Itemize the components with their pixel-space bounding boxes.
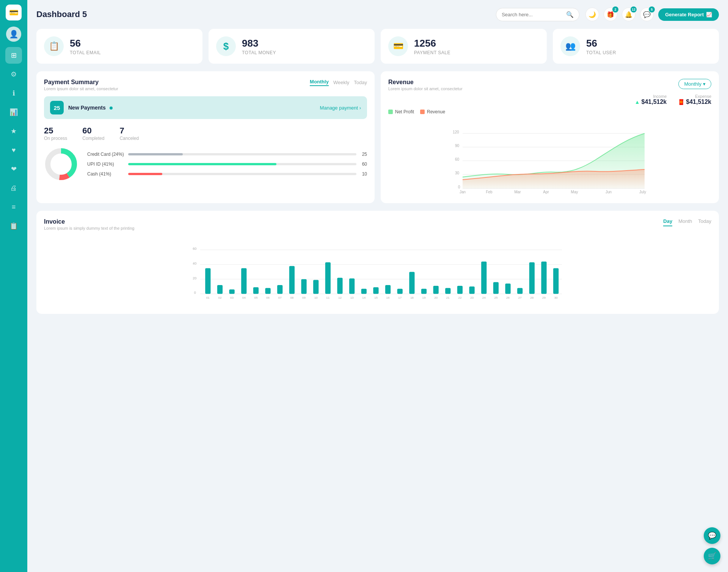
revenue-monthly-button[interactable]: Monthly ▾ — [678, 79, 711, 89]
prog-label-cash: Cash (41%) — [87, 171, 125, 177]
sidebar-item-heart2[interactable]: ❤ — [5, 161, 22, 177]
prog-val-upi: 60 — [359, 161, 367, 167]
sidebar-item-dashboard[interactable]: ⊞ — [5, 47, 22, 64]
bar-21 — [445, 288, 450, 294]
bar-label-08: 08 — [290, 296, 293, 299]
sidebar-item-info[interactable]: ℹ — [5, 85, 22, 102]
gift-icon: 🎁 — [607, 11, 614, 18]
bar-04 — [241, 268, 246, 294]
bar-label-21: 21 — [446, 296, 450, 299]
sidebar-item-star[interactable]: ★ — [5, 123, 22, 139]
bar-22 — [457, 286, 463, 294]
bar-label-26: 26 — [506, 296, 510, 299]
sidebar-item-doc[interactable]: 📋 — [5, 218, 22, 234]
tab-monthly[interactable]: Monthly — [310, 79, 329, 86]
svg-text:0: 0 — [458, 185, 460, 189]
bar-label-20: 20 — [434, 296, 438, 299]
tab-today[interactable]: Today — [354, 80, 367, 85]
bar-12 — [337, 278, 342, 294]
fab-cart-button[interactable]: 🛒 — [704, 548, 720, 564]
bar-label-04: 04 — [242, 296, 246, 299]
bar-05 — [253, 287, 259, 294]
sidebar-logo[interactable]: 💳 — [6, 5, 22, 20]
bar-17 — [397, 289, 403, 294]
print-icon: 🖨 — [10, 184, 17, 192]
payment-icon: 💳 — [388, 36, 408, 56]
invoice-tabs: Day Month Today — [663, 218, 711, 226]
chat-button[interactable]: 💬 5 — [640, 8, 654, 21]
search-input[interactable] — [502, 12, 563, 17]
new-payments-count: 25 — [50, 101, 64, 114]
stat-card-payment: 💳 1256 PAYMENT SALE — [381, 29, 547, 64]
bar-label-01: 01 — [206, 296, 210, 299]
inv-tab-today[interactable]: Today — [698, 218, 711, 226]
legend-net-profit: Net Profit — [388, 109, 414, 114]
invoice-chart: 0 20 40 60 01020304050607080910111213141… — [44, 237, 711, 306]
theme-toggle-button[interactable]: 🌙 — [585, 8, 599, 21]
bar-06 — [265, 288, 270, 294]
fab-chat-button[interactable]: 💬 — [704, 527, 720, 544]
income-value: $41,512k — [642, 99, 667, 105]
revenue-subtitle: Lorem ipsum dolor sit amet, consectetur — [388, 86, 463, 91]
bell-button[interactable]: 🔔 12 — [622, 8, 635, 21]
bar-label-14: 14 — [362, 296, 366, 299]
page-title: Dashboard 5 — [36, 9, 490, 19]
donut-chart — [44, 147, 78, 181]
bell-badge: 12 — [631, 6, 637, 13]
prog-fill-cc — [128, 153, 183, 155]
heart-icon: ♥ — [12, 146, 16, 154]
search-icon: 🔍 — [566, 11, 574, 18]
bar-09 — [301, 279, 306, 294]
bar-label-10: 10 — [314, 296, 318, 299]
payment-summary-header: Payment Summary Lorem ipsum dolor sit am… — [44, 79, 367, 91]
sidebar-item-list[interactable]: ≡ — [5, 199, 22, 215]
bar-01 — [205, 268, 210, 294]
invoice-subtitle: Lorem ipsum is simply dummy text of the … — [44, 226, 134, 230]
sidebar-item-settings[interactable]: ⚙ — [5, 66, 22, 83]
net-profit-label: Net Profit — [395, 109, 414, 114]
income-block: Income ▲ $41,512k — [635, 94, 667, 105]
prog-row-cc: Credit Card (24%) 25 — [87, 152, 367, 157]
invoice-header: Invoice Lorem ipsum is simply dummy text… — [44, 218, 711, 230]
expense-block: Expense 🧧 $41,512k — [678, 94, 711, 105]
favorite-icon: ❤ — [11, 165, 17, 173]
svg-text:20: 20 — [193, 276, 196, 280]
tab-weekly[interactable]: Weekly — [333, 80, 349, 85]
bar-label-27: 27 — [518, 296, 522, 299]
expense-label: Expense — [678, 94, 711, 99]
gift-button[interactable]: 🎁 2 — [604, 8, 617, 21]
svg-text:May: May — [571, 190, 578, 194]
bar-label-11: 11 — [326, 296, 329, 299]
generate-report-button[interactable]: Generate Report 📈 — [658, 8, 719, 21]
stat-canceled: 7 Canceled — [119, 126, 139, 141]
bar-label-17: 17 — [398, 296, 402, 299]
svg-text:Feb: Feb — [486, 190, 493, 194]
stat-card-email: 📋 56 TOTAL EMAIL — [36, 29, 202, 64]
prog-row-cash: Cash (41%) 10 — [87, 171, 367, 177]
svg-text:Mar: Mar — [514, 190, 521, 194]
payment-summary-title: Payment Summary — [44, 79, 118, 86]
chat-badge: 5 — [649, 6, 655, 13]
income-up-icon: ▲ — [635, 99, 640, 105]
inv-tab-day[interactable]: Day — [663, 218, 672, 226]
main-content: Dashboard 5 🔍 🌙 🎁 2 🔔 12 💬 5 Generate Re — [27, 0, 728, 572]
svg-text:90: 90 — [455, 144, 460, 148]
svg-text:60: 60 — [455, 157, 460, 161]
bar-10 — [313, 280, 318, 294]
inv-tab-month[interactable]: Month — [678, 218, 692, 226]
avatar[interactable]: 👤 — [6, 27, 21, 42]
expense-icon: 🧧 — [678, 99, 684, 105]
bar-15 — [373, 287, 378, 294]
sidebar-item-chart[interactable]: 📊 — [5, 104, 22, 121]
sidebar-item-heart[interactable]: ♥ — [5, 142, 22, 158]
svg-text:Jun: Jun — [606, 190, 612, 194]
sidebar-item-print[interactable]: 🖨 — [5, 180, 22, 196]
bar-03 — [229, 290, 235, 294]
revenue-chart: 0 30 60 90 120 — [388, 118, 711, 196]
new-payments-label: New Payments — [68, 105, 315, 111]
payment-stats-mini: 25 On process 60 Completed 7 Canceled — [44, 126, 367, 141]
prog-row-upi: UPI ID (41%) 60 — [87, 161, 367, 167]
bar-label-16: 16 — [386, 296, 390, 299]
user-icon: 👥 — [560, 36, 580, 56]
manage-payment-link[interactable]: Manage payment › — [320, 105, 361, 111]
